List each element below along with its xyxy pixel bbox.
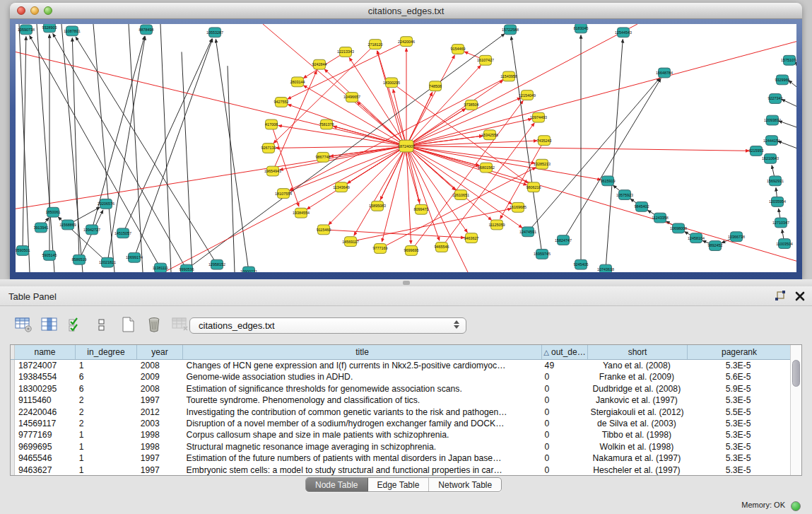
column-header-pagerank[interactable]: pagerank [688, 345, 792, 359]
citation-edge[interactable] [392, 83, 528, 183]
edge[interactable] [779, 121, 796, 127]
cell-title[interactable]: Disruption of a novel member of a sodium… [183, 418, 541, 429]
edge[interactable] [606, 40, 623, 269]
table-row[interactable]: 946554611997Estimation of the future num… [11, 452, 790, 464]
citation-edge[interactable] [288, 105, 406, 146]
cell-title[interactable]: Structural magnetic resonance image aver… [183, 441, 541, 452]
citation-edge[interactable] [442, 123, 534, 247]
citation-edge[interactable] [406, 42, 796, 146]
table-row[interactable]: 1830029562008Estimation of significance … [11, 383, 790, 395]
cell-year[interactable]: 1998 [137, 441, 183, 452]
vertical-scrollbar[interactable] [790, 345, 801, 475]
cell-title[interactable]: Estimation of the future numbers of pati… [183, 452, 541, 464]
cell-in_degree[interactable]: 1 [76, 429, 137, 440]
cell-year[interactable]: 2012 [137, 407, 183, 418]
close-panel-icon[interactable] [795, 291, 805, 304]
cell-year[interactable]: 1997 [137, 395, 183, 406]
table-row[interactable]: 1456911722003Disruption of a novel membe… [11, 418, 790, 429]
citation-edge[interactable] [406, 146, 796, 262]
citation-edge[interactable] [324, 230, 464, 238]
cell-pagerank[interactable]: 5.3E-5 [686, 452, 790, 464]
cell-title[interactable]: Embryonic stem cells: a model to study s… [183, 465, 541, 475]
cell-name[interactable]: 14569117 [15, 418, 76, 429]
cell-title[interactable]: Tourette syndrome. Phenomenology and cla… [183, 395, 541, 406]
cell-pagerank[interactable]: 5.3E-5 [686, 429, 790, 440]
edge[interactable] [93, 24, 114, 272]
cell-title[interactable]: Genome-wide association studies in ADHD. [183, 371, 541, 382]
cell-title[interactable]: Investigating the contribution of common… [183, 407, 541, 418]
cell-pagerank[interactable]: 5.5E-5 [686, 407, 790, 418]
table-row[interactable]: 1938455462009Genome-wide association stu… [11, 371, 790, 382]
cell-year[interactable]: 1997 [137, 452, 183, 464]
cell-name[interactable]: 9465546 [15, 452, 76, 464]
cell-pagerank[interactable]: 5.3E-5 [686, 360, 790, 371]
cell-title[interactable]: Estimation of significance thresholds fo… [183, 383, 541, 395]
cell-name[interactable]: 9777169 [15, 429, 76, 440]
cell-out_de[interactable]: 0 [541, 441, 587, 452]
cell-out_de[interactable]: 0 [541, 395, 587, 406]
cell-out_de[interactable]: 0 [541, 371, 587, 382]
citation-edge[interactable] [406, 55, 454, 146]
citation-edge[interactable] [276, 146, 406, 148]
edge[interactable] [19, 24, 30, 272]
cell-short[interactable]: Franke et al. (2009) [587, 371, 687, 382]
cell-out_de[interactable]: 49 [541, 360, 587, 371]
edge[interactable] [511, 37, 542, 255]
cell-out_de[interactable]: 0 [541, 383, 587, 395]
cell-year[interactable]: 1997 [137, 465, 183, 475]
cell-in_degree[interactable]: 1 [76, 441, 137, 452]
memory-status-indicator[interactable] [791, 501, 801, 511]
column-header-name[interactable]: name [15, 345, 76, 359]
cell-short[interactable]: Dudbridge et al. (2008) [587, 383, 687, 395]
tab-edge-table[interactable]: Edge Table [368, 478, 430, 491]
citation-edge[interactable] [16, 146, 406, 209]
citation-edge[interactable] [406, 146, 749, 151]
window-titlebar[interactable]: citations_edges.txt [10, 3, 802, 19]
table-settings-icon[interactable] [14, 315, 33, 334]
citation-edge[interactable] [406, 146, 522, 228]
tab-network-table[interactable]: Network Table [429, 478, 501, 491]
citation-edge[interactable] [382, 146, 406, 242]
column-header-out_de[interactable]: △out_de… [542, 345, 588, 359]
cell-short[interactable]: Hescheler et al. (1997) [587, 465, 687, 475]
cell-pagerank[interactable]: 5.6E-5 [686, 371, 790, 382]
edge[interactable] [61, 24, 83, 272]
cell-name[interactable]: 22420046 [15, 407, 76, 418]
cell-title[interactable]: Corpus callosum shape and size in male p… [183, 429, 541, 440]
cell-in_degree[interactable]: 1 [76, 452, 137, 464]
cell-short[interactable]: Stergiakouli et al. (2012) [587, 407, 687, 418]
column-header-year[interactable]: year [137, 345, 183, 359]
edge[interactable] [789, 81, 796, 87]
cell-name[interactable]: 18300295 [15, 383, 76, 395]
table-row[interactable]: 977716911998Corpus callosum shape and si… [11, 429, 790, 440]
delete-table-icon[interactable] [171, 315, 189, 334]
cell-year[interactable]: 1998 [137, 429, 183, 440]
cell-in_degree[interactable]: 6 [76, 383, 137, 395]
show-columns-icon[interactable] [40, 315, 59, 334]
cell-out_de[interactable]: 0 [541, 452, 587, 464]
cell-pagerank[interactable]: 5.9E-5 [686, 383, 790, 395]
cell-pagerank[interactable]: 5.3E-5 [686, 465, 790, 475]
cell-in_degree[interactable]: 1 [76, 465, 137, 475]
edge[interactable] [37, 24, 54, 272]
delete-rows-icon[interactable] [145, 315, 163, 334]
cell-title[interactable]: Changes of HCN gene expression and I(f) … [183, 360, 541, 371]
cell-in_degree[interactable]: 2 [76, 418, 137, 429]
citation-edge[interactable] [263, 24, 406, 146]
create-table-icon[interactable] [119, 315, 137, 334]
cell-name[interactable]: 18724007 [15, 360, 76, 371]
edge[interactable] [228, 66, 235, 272]
edge[interactable] [79, 210, 103, 259]
cell-short[interactable]: Tibbo et al. (1998) [587, 429, 687, 440]
cell-in_degree[interactable]: 2 [76, 395, 137, 406]
select-rows-icon[interactable] [66, 315, 85, 334]
cell-year[interactable]: 2008 [137, 383, 183, 395]
cell-year[interactable]: 2003 [137, 418, 183, 429]
cell-in_degree[interactable]: 6 [76, 371, 137, 382]
cell-out_de[interactable]: 0 [541, 429, 587, 440]
edge[interactable] [187, 34, 505, 269]
table-selector-dropdown[interactable]: citations_edges.txt [189, 317, 466, 334]
split-pane-divider[interactable] [0, 279, 812, 286]
cell-name[interactable]: 9463627 [15, 465, 76, 475]
cell-pagerank[interactable]: 5.3E-5 [686, 441, 790, 452]
